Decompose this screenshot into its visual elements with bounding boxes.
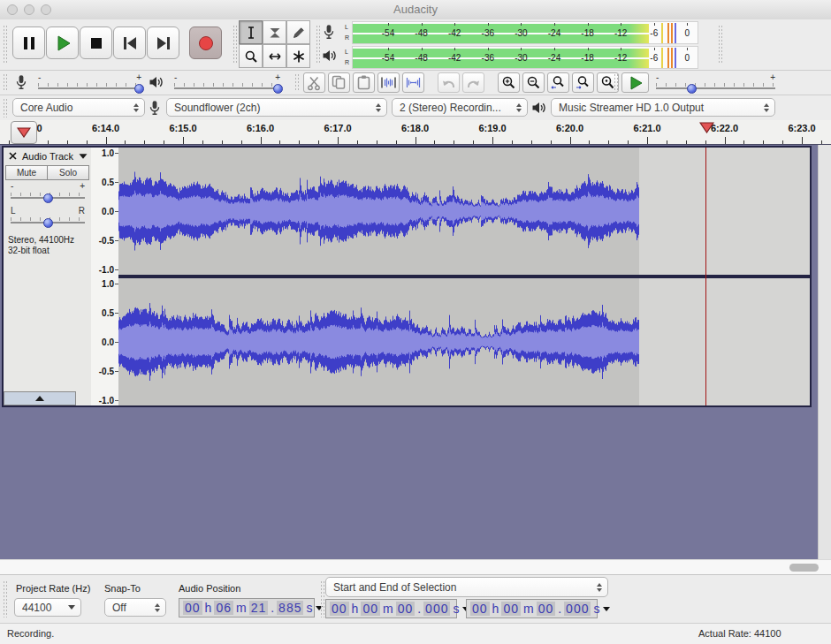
selection-mode-select[interactable]: Start and End of Selection: [325, 577, 608, 597]
selection-start-field[interactable]: 00h00m00.000s: [325, 599, 457, 618]
waveform-area[interactable]: [118, 148, 810, 405]
fit-project-icon: [576, 75, 591, 90]
play-meter-scale-label: 0: [685, 53, 690, 63]
fit-project-button[interactable]: [572, 72, 594, 93]
speaker-icon: [149, 75, 164, 89]
time-digit-group[interactable]: 21: [249, 601, 269, 615]
audio-position-field[interactable]: 00h06m21.885s: [179, 598, 315, 617]
play-meter-channel-label: R: [345, 59, 349, 65]
undo-button[interactable]: [438, 72, 460, 93]
recording-volume-slider-thumb[interactable]: [134, 84, 144, 94]
silence-audio-button[interactable]: [402, 72, 424, 93]
audio-host-value: Core Audio: [20, 102, 130, 114]
tools-toolbar-grip[interactable]: [233, 25, 237, 64]
pin-playhead-button[interactable]: [11, 121, 37, 144]
paste-button[interactable]: [353, 72, 375, 93]
time-digit-group[interactable]: 000: [564, 602, 591, 616]
playback-device-select[interactable]: Music Streamer HD 1.0 Output: [551, 98, 775, 117]
vertical-scale-ruler[interactable]: 1.00.50.0-0.5-1.01.00.50.0-0.5-1.0: [91, 148, 118, 405]
selection-tool-button[interactable]: [239, 20, 263, 44]
close-track-icon[interactable]: [8, 151, 18, 161]
zoom-tool-button[interactable]: [239, 44, 263, 68]
playhead-marker-icon[interactable]: [699, 122, 714, 133]
copy-button[interactable]: [328, 72, 350, 93]
mute-button[interactable]: Mute: [5, 165, 48, 180]
pencil-icon: [292, 26, 306, 40]
play-button[interactable]: [46, 27, 79, 59]
time-digit-group[interactable]: 00: [537, 602, 556, 616]
time-digit-group[interactable]: 00: [396, 602, 416, 616]
play-meter[interactable]: -54-48-42-36-30-24-18-12-60: [352, 46, 698, 69]
time-unit-label: m: [522, 602, 536, 616]
selection-mode-value: Start and End of Selection: [333, 581, 593, 594]
mixer-toolbar-grip[interactable]: [3, 73, 7, 92]
horizontal-scrollbar[interactable]: [0, 559, 831, 574]
time-digit-group[interactable]: 00: [501, 602, 521, 616]
audio-host-select[interactable]: Core Audio: [12, 98, 145, 117]
stop-button[interactable]: [80, 27, 112, 59]
record-button[interactable]: [189, 27, 222, 59]
trim-audio-button[interactable]: [377, 72, 400, 93]
draw-tool-button[interactable]: [286, 20, 310, 44]
horizontal-scrollbar-thumb[interactable]: [789, 564, 819, 572]
play-speed-slider-thumb[interactable]: [687, 84, 697, 94]
pan[interactable]: LR: [11, 206, 85, 227]
pan-thumb[interactable]: [43, 218, 53, 228]
fit-selection-icon: [551, 75, 566, 90]
pause-button[interactable]: [12, 27, 45, 59]
vertical-scale-label: -1.0: [99, 265, 114, 275]
solo-button[interactable]: Solo: [47, 165, 89, 180]
recording-channels-select[interactable]: 2 (Stereo) Recordin...: [392, 98, 528, 117]
selection-fields-grip[interactable]: [320, 580, 324, 617]
envelope-icon: [268, 26, 282, 40]
edit-toolbar-grip[interactable]: [294, 73, 299, 92]
zoom-out-icon: [526, 75, 541, 90]
multi-tool-button[interactable]: [286, 44, 310, 68]
meter-toolbar-grip[interactable]: [316, 25, 320, 64]
ruler-time-label: 6:19.0: [478, 123, 506, 133]
time-digit-group[interactable]: 00: [330, 602, 349, 616]
skip-to-end-button[interactable]: [147, 27, 179, 59]
time-digit-group[interactable]: 00: [183, 601, 202, 615]
spare-toolbar-grip[interactable]: [718, 25, 722, 64]
field-dropdown-icon[interactable]: [603, 607, 610, 611]
gain[interactable]: -+: [11, 181, 85, 202]
play-speed-slider[interactable]: -+: [656, 72, 775, 94]
recording-channels-value: 2 (Stereo) Recordin...: [400, 102, 513, 114]
project-rate-combo[interactable]: 44100: [14, 598, 81, 617]
time-digit-group[interactable]: 06: [214, 601, 233, 615]
skip-to-start-button[interactable]: [113, 27, 146, 59]
snap-to-select[interactable]: Off: [104, 598, 166, 617]
playback-volume-slider-thumb[interactable]: [273, 84, 283, 94]
timeshift-tool-button[interactable]: [263, 44, 286, 68]
transport-toolbar-grip[interactable]: [3, 25, 7, 64]
recording-volume-slider[interactable]: -+: [38, 72, 141, 94]
time-digit-group[interactable]: 000: [423, 602, 450, 616]
zoom-out-button[interactable]: [522, 72, 545, 93]
time-digit-group[interactable]: 00: [470, 602, 490, 616]
record-meter[interactable]: -54-48-42-36-30-24-18-12-60: [352, 21, 698, 44]
fit-selection-button[interactable]: [547, 72, 569, 93]
play-at-speed-toolbar-grip[interactable]: [614, 73, 618, 92]
time-digit-group[interactable]: 00: [361, 602, 380, 616]
envelope-tool-button[interactable]: [263, 20, 286, 44]
track-menu-chevron-icon[interactable]: [80, 154, 88, 158]
device-toolbar-grip[interactable]: [3, 98, 7, 117]
collapse-track-button[interactable]: [4, 391, 76, 405]
track-title[interactable]: Audio Track: [22, 151, 73, 162]
gain-thumb[interactable]: [43, 193, 53, 203]
time-digit-group[interactable]: 885: [277, 601, 303, 615]
cut-button[interactable]: [303, 72, 325, 93]
redo-button[interactable]: [462, 72, 484, 93]
title-bar: Audacity: [0, 0, 831, 20]
zoom-in-button[interactable]: [498, 72, 520, 93]
chevron-updown-icon: [133, 103, 139, 112]
selection-end-field[interactable]: 00h00m00.000s: [466, 599, 598, 618]
play-at-speed-button[interactable]: [621, 72, 649, 93]
vertical-scrollbar[interactable]: [818, 145, 831, 559]
recording-device-select[interactable]: Soundflower (2ch): [166, 98, 387, 117]
selection-toolbar-grip[interactable]: [3, 580, 7, 617]
timeline-ruler[interactable]: 6:13.06:14.06:15.06:16.06:17.06:18.06:19…: [0, 120, 831, 145]
playback-volume-slider[interactable]: -+: [174, 72, 280, 94]
audacity-window: Audacity LR-54-48-42-36-30-24-18-12-60LR…: [0, 0, 831, 644]
